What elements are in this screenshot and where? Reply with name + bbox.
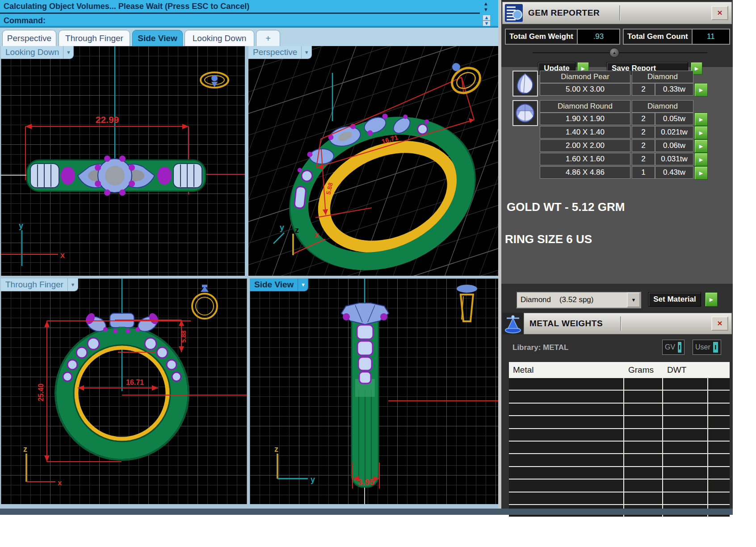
viewport-label-through-finger[interactable]: Through Finger ▼: [1, 278, 78, 291]
table-cell: [509, 391, 624, 402]
total-gem-count-value: 11: [693, 29, 729, 44]
viewport-through-finger[interactable]: 25.40 16.71 5.88 z x: [1, 278, 247, 504]
tab-through-finger[interactable]: Through Finger: [59, 30, 130, 46]
side-view-drawing: 3.95 z y: [250, 278, 498, 504]
table-cell: [509, 416, 624, 428]
viewport-label-looking-down[interactable]: Looking Down ▼: [1, 46, 74, 59]
gem-go-icon[interactable]: ▶: [694, 113, 708, 126]
user-toggle[interactable]: User I: [693, 340, 721, 355]
gem-shape-name: Diamond Round: [540, 100, 630, 113]
gem-count: 1: [632, 166, 655, 179]
tab-perspective[interactable]: Perspective: [2, 30, 56, 46]
user-toggle-state[interactable]: I: [713, 341, 718, 353]
scroll-down-icon[interactable]: ▼: [483, 7, 488, 12]
ring-top-view[interactable]: [27, 156, 206, 196]
header-groove: [619, 5, 620, 21]
set-material-go-icon[interactable]: ▶: [705, 292, 718, 307]
app-window: Calculating Object Volumes... Please Wai…: [0, 0, 733, 515]
gem-go-icon[interactable]: ▶: [694, 126, 708, 139]
gem-pear-icon: [512, 71, 538, 97]
table-cell: [509, 492, 624, 504]
set-material-button[interactable]: Set Material: [648, 292, 701, 307]
table-row[interactable]: [509, 404, 730, 416]
chevron-down-icon[interactable]: ▼: [301, 46, 311, 59]
chevron-down-icon[interactable]: ▼: [298, 278, 308, 291]
tab-side-view[interactable]: Side View: [132, 30, 183, 46]
dropdown-arrow-icon[interactable]: ▼: [627, 292, 640, 307]
table-cell: [708, 467, 730, 479]
viewport-side-view[interactable]: 3.95 z y Side View ▼: [250, 278, 498, 504]
table-cell: [624, 391, 663, 402]
gem-weight: 0.031tw: [655, 153, 693, 165]
table-cell: [663, 480, 708, 491]
table-cell: [624, 492, 663, 504]
close-icon[interactable]: ✕: [711, 6, 728, 20]
ring-side-view[interactable]: [341, 303, 389, 487]
table-cell: [624, 429, 663, 441]
panel-slider-handle[interactable]: ▲: [609, 48, 619, 58]
svg-text:25.40: 25.40: [37, 383, 45, 401]
table-cell: [708, 378, 730, 390]
ring-thumbnail-icon: [447, 63, 484, 98]
table-row[interactable]: [509, 492, 730, 505]
svg-text:z: z: [274, 445, 278, 454]
table-cell: [509, 429, 624, 441]
gv-toggle[interactable]: GV I: [662, 340, 685, 355]
gem-size: 4.86 X 4.86: [540, 166, 630, 179]
scroll-up-icon[interactable]: ▲: [483, 1, 488, 6]
column-header-grams: Grams: [624, 365, 663, 375]
material-dropdown-value: Diamond (3.52 spg): [517, 292, 627, 307]
gem-row: 5.00 X 3.0020.33tw▶: [540, 83, 708, 97]
close-icon[interactable]: ✕: [711, 316, 728, 331]
gem-count: 2: [632, 153, 655, 165]
gem-go-icon[interactable]: ▶: [694, 153, 708, 166]
table-cell: [624, 467, 663, 479]
ring-thumbnail-icon: [457, 285, 477, 321]
gem-material: Diamond: [632, 71, 693, 83]
chevron-down-icon[interactable]: ▼: [63, 46, 73, 59]
screenshot-root: Calculating Object Volumes... Please Wai…: [0, 0, 756, 547]
table-row[interactable]: [509, 378, 730, 391]
gem-group-1: Diamond PearDiamond5.00 X 3.0020.33tw▶: [512, 71, 719, 97]
table-row[interactable]: [509, 391, 730, 403]
ring-perspective-view[interactable]: [265, 84, 497, 276]
gem-size: 1.40 X 1.40: [540, 126, 630, 139]
table-cell: [509, 467, 624, 479]
axis-indicator: z x: [23, 445, 62, 487]
table-row[interactable]: [509, 454, 730, 467]
chevron-down-icon[interactable]: ▼: [67, 278, 78, 291]
metal-weights-header[interactable]: METAL WEIGHTS ✕: [524, 313, 732, 334]
metal-table-header: MetalGramsDWT: [509, 362, 730, 378]
viewport-label-side-view[interactable]: Side View ▼: [250, 278, 308, 291]
gem-go-icon[interactable]: ▶: [694, 139, 708, 153]
svg-text:5.88: 5.88: [180, 330, 187, 342]
table-row[interactable]: [509, 480, 730, 492]
table-cell: [708, 404, 730, 415]
viewport-looking-down[interactable]: 22.99: [1, 46, 245, 276]
metal-weights-table: MetalGramsDWT: [509, 362, 730, 518]
viewport-perspective[interactable]: 16.71 5.88 y z x Perspective ▼: [248, 46, 498, 276]
gem-reporter-icon: [504, 3, 524, 23]
viewport-label-perspective[interactable]: Perspective ▼: [248, 46, 312, 59]
right-panel: GEM REPORTER ✕ Total Gem Weight .93 Tota…: [501, 0, 733, 515]
gem-count: 2: [632, 113, 655, 125]
panel-slider-track[interactable]: [533, 52, 707, 53]
gem-go-icon[interactable]: ▶: [694, 83, 708, 97]
table-row[interactable]: [509, 442, 730, 454]
panel-divider[interactable]: [498, 0, 501, 515]
command-prompt[interactable]: Command:: [0, 14, 483, 27]
svg-text:x: x: [315, 231, 319, 239]
material-dropdown[interactable]: Diamond (3.52 spg) ▼: [516, 291, 641, 308]
tab-plus[interactable]: +: [256, 30, 280, 46]
gem-reporter-header[interactable]: GEM REPORTER ✕: [502, 2, 732, 24]
ring-size-text: RING SIZE 6 US: [505, 232, 592, 246]
svg-text:z: z: [295, 226, 299, 235]
gem-count: 2: [632, 126, 655, 139]
gv-toggle-state[interactable]: I: [677, 341, 682, 353]
table-row[interactable]: [509, 429, 730, 442]
table-row[interactable]: [509, 416, 730, 429]
history-up-icon[interactable]: ▲: [483, 15, 491, 21]
tab-looking-down[interactable]: Looking Down: [185, 30, 254, 46]
gem-go-icon[interactable]: ▶: [694, 166, 708, 180]
table-row[interactable]: [509, 467, 730, 480]
